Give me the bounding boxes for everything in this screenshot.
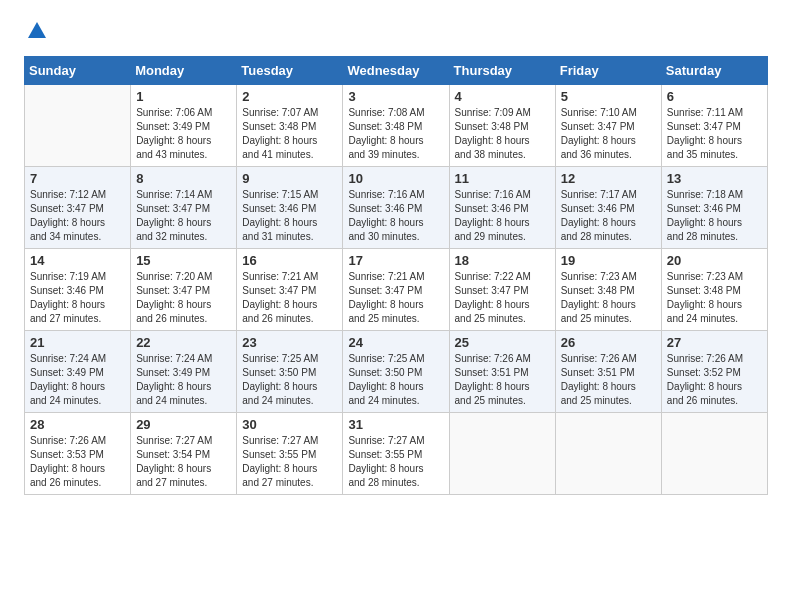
calendar-week-row: 28Sunrise: 7:26 AMSunset: 3:53 PMDayligh… [25,413,768,495]
calendar-cell: 27Sunrise: 7:26 AMSunset: 3:52 PMDayligh… [661,331,767,413]
day-number: 15 [136,253,231,268]
day-info: Sunrise: 7:26 AMSunset: 3:51 PMDaylight:… [561,352,656,408]
calendar-cell: 3Sunrise: 7:08 AMSunset: 3:48 PMDaylight… [343,85,449,167]
day-info: Sunrise: 7:16 AMSunset: 3:46 PMDaylight:… [348,188,443,244]
calendar-cell: 28Sunrise: 7:26 AMSunset: 3:53 PMDayligh… [25,413,131,495]
calendar-week-row: 21Sunrise: 7:24 AMSunset: 3:49 PMDayligh… [25,331,768,413]
day-number: 23 [242,335,337,350]
calendar-cell [25,85,131,167]
day-number: 28 [30,417,125,432]
day-info: Sunrise: 7:21 AMSunset: 3:47 PMDaylight:… [242,270,337,326]
day-info: Sunrise: 7:08 AMSunset: 3:48 PMDaylight:… [348,106,443,162]
day-info: Sunrise: 7:09 AMSunset: 3:48 PMDaylight:… [455,106,550,162]
calendar-cell: 5Sunrise: 7:10 AMSunset: 3:47 PMDaylight… [555,85,661,167]
day-number: 27 [667,335,762,350]
day-info: Sunrise: 7:24 AMSunset: 3:49 PMDaylight:… [136,352,231,408]
day-number: 20 [667,253,762,268]
day-number: 12 [561,171,656,186]
calendar-week-row: 1Sunrise: 7:06 AMSunset: 3:49 PMDaylight… [25,85,768,167]
header [24,20,768,42]
weekday-header: Tuesday [237,57,343,85]
logo [24,20,48,42]
day-number: 6 [667,89,762,104]
calendar-cell [555,413,661,495]
day-number: 24 [348,335,443,350]
weekday-header: Thursday [449,57,555,85]
day-info: Sunrise: 7:24 AMSunset: 3:49 PMDaylight:… [30,352,125,408]
calendar-cell [449,413,555,495]
page: SundayMondayTuesdayWednesdayThursdayFrid… [0,0,792,515]
day-info: Sunrise: 7:16 AMSunset: 3:46 PMDaylight:… [455,188,550,244]
day-info: Sunrise: 7:25 AMSunset: 3:50 PMDaylight:… [242,352,337,408]
calendar-cell: 14Sunrise: 7:19 AMSunset: 3:46 PMDayligh… [25,249,131,331]
day-info: Sunrise: 7:18 AMSunset: 3:46 PMDaylight:… [667,188,762,244]
calendar-cell: 23Sunrise: 7:25 AMSunset: 3:50 PMDayligh… [237,331,343,413]
day-number: 30 [242,417,337,432]
calendar-cell: 2Sunrise: 7:07 AMSunset: 3:48 PMDaylight… [237,85,343,167]
calendar-cell: 18Sunrise: 7:22 AMSunset: 3:47 PMDayligh… [449,249,555,331]
day-info: Sunrise: 7:10 AMSunset: 3:47 PMDaylight:… [561,106,656,162]
day-info: Sunrise: 7:22 AMSunset: 3:47 PMDaylight:… [455,270,550,326]
day-info: Sunrise: 7:25 AMSunset: 3:50 PMDaylight:… [348,352,443,408]
day-number: 7 [30,171,125,186]
weekday-header: Saturday [661,57,767,85]
day-info: Sunrise: 7:19 AMSunset: 3:46 PMDaylight:… [30,270,125,326]
day-number: 14 [30,253,125,268]
weekday-header: Monday [131,57,237,85]
day-number: 3 [348,89,443,104]
calendar-cell: 20Sunrise: 7:23 AMSunset: 3:48 PMDayligh… [661,249,767,331]
calendar-cell: 24Sunrise: 7:25 AMSunset: 3:50 PMDayligh… [343,331,449,413]
day-info: Sunrise: 7:14 AMSunset: 3:47 PMDaylight:… [136,188,231,244]
calendar-header-row: SundayMondayTuesdayWednesdayThursdayFrid… [25,57,768,85]
day-number: 10 [348,171,443,186]
calendar-cell: 31Sunrise: 7:27 AMSunset: 3:55 PMDayligh… [343,413,449,495]
day-number: 1 [136,89,231,104]
day-info: Sunrise: 7:21 AMSunset: 3:47 PMDaylight:… [348,270,443,326]
weekday-header: Friday [555,57,661,85]
day-info: Sunrise: 7:27 AMSunset: 3:54 PMDaylight:… [136,434,231,490]
calendar-cell: 9Sunrise: 7:15 AMSunset: 3:46 PMDaylight… [237,167,343,249]
day-info: Sunrise: 7:17 AMSunset: 3:46 PMDaylight:… [561,188,656,244]
svg-marker-0 [28,22,46,38]
calendar-cell: 19Sunrise: 7:23 AMSunset: 3:48 PMDayligh… [555,249,661,331]
weekday-header: Sunday [25,57,131,85]
calendar-cell: 7Sunrise: 7:12 AMSunset: 3:47 PMDaylight… [25,167,131,249]
day-info: Sunrise: 7:11 AMSunset: 3:47 PMDaylight:… [667,106,762,162]
calendar-cell: 15Sunrise: 7:20 AMSunset: 3:47 PMDayligh… [131,249,237,331]
calendar-cell: 13Sunrise: 7:18 AMSunset: 3:46 PMDayligh… [661,167,767,249]
calendar-cell: 22Sunrise: 7:24 AMSunset: 3:49 PMDayligh… [131,331,237,413]
day-number: 19 [561,253,656,268]
day-number: 16 [242,253,337,268]
day-number: 26 [561,335,656,350]
day-number: 2 [242,89,337,104]
weekday-header: Wednesday [343,57,449,85]
day-info: Sunrise: 7:27 AMSunset: 3:55 PMDaylight:… [348,434,443,490]
calendar-cell: 17Sunrise: 7:21 AMSunset: 3:47 PMDayligh… [343,249,449,331]
day-number: 9 [242,171,337,186]
day-info: Sunrise: 7:26 AMSunset: 3:51 PMDaylight:… [455,352,550,408]
calendar-cell: 12Sunrise: 7:17 AMSunset: 3:46 PMDayligh… [555,167,661,249]
day-info: Sunrise: 7:27 AMSunset: 3:55 PMDaylight:… [242,434,337,490]
calendar-week-row: 7Sunrise: 7:12 AMSunset: 3:47 PMDaylight… [25,167,768,249]
day-info: Sunrise: 7:26 AMSunset: 3:52 PMDaylight:… [667,352,762,408]
calendar-cell [661,413,767,495]
calendar-cell: 11Sunrise: 7:16 AMSunset: 3:46 PMDayligh… [449,167,555,249]
calendar-cell: 1Sunrise: 7:06 AMSunset: 3:49 PMDaylight… [131,85,237,167]
calendar-cell: 10Sunrise: 7:16 AMSunset: 3:46 PMDayligh… [343,167,449,249]
calendar-cell: 25Sunrise: 7:26 AMSunset: 3:51 PMDayligh… [449,331,555,413]
calendar-cell: 26Sunrise: 7:26 AMSunset: 3:51 PMDayligh… [555,331,661,413]
day-number: 13 [667,171,762,186]
day-info: Sunrise: 7:06 AMSunset: 3:49 PMDaylight:… [136,106,231,162]
day-number: 11 [455,171,550,186]
day-number: 25 [455,335,550,350]
calendar-cell: 4Sunrise: 7:09 AMSunset: 3:48 PMDaylight… [449,85,555,167]
calendar-cell: 30Sunrise: 7:27 AMSunset: 3:55 PMDayligh… [237,413,343,495]
day-info: Sunrise: 7:07 AMSunset: 3:48 PMDaylight:… [242,106,337,162]
calendar-cell: 8Sunrise: 7:14 AMSunset: 3:47 PMDaylight… [131,167,237,249]
day-number: 29 [136,417,231,432]
day-number: 17 [348,253,443,268]
day-info: Sunrise: 7:20 AMSunset: 3:47 PMDaylight:… [136,270,231,326]
calendar-cell: 16Sunrise: 7:21 AMSunset: 3:47 PMDayligh… [237,249,343,331]
day-info: Sunrise: 7:15 AMSunset: 3:46 PMDaylight:… [242,188,337,244]
day-number: 18 [455,253,550,268]
